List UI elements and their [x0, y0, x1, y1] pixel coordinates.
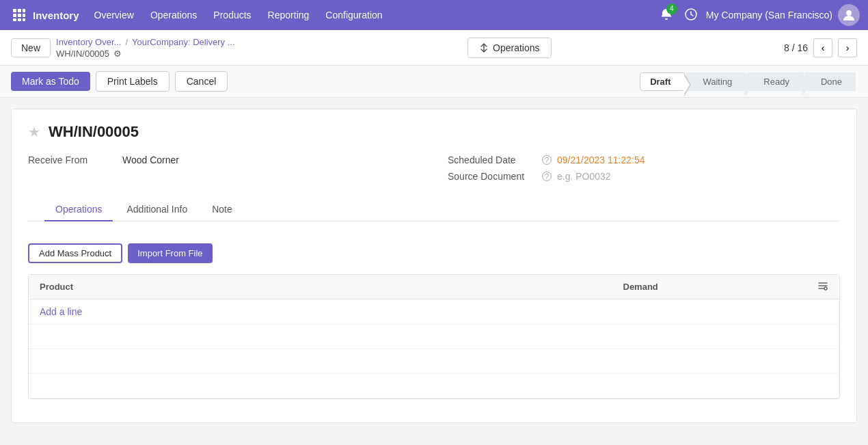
status-ready[interactable]: Ready [747, 72, 803, 91]
source-document-help-icon[interactable]: ? [542, 172, 552, 181]
pagination-prev-button[interactable]: ‹ [813, 38, 832, 57]
breadcrumb: Inventory Over... / YourCompany: Deliver… [56, 37, 235, 59]
breadcrumb-record-id: WH/IN/00005 [56, 49, 109, 59]
status-steps: Draft Waiting Ready Done [640, 72, 857, 91]
app-grid-icon[interactable] [8, 4, 30, 26]
notification-badge: 4 [666, 3, 677, 14]
svg-rect-1 [18, 9, 21, 12]
source-document-label: Source Document [448, 171, 537, 182]
nav-operations[interactable]: Operations [144, 5, 204, 25]
nav-overview[interactable]: Overview [87, 5, 141, 25]
svg-point-10 [846, 10, 852, 16]
svg-rect-4 [18, 14, 21, 17]
mark-as-todo-button[interactable]: Mark as Todo [11, 72, 90, 91]
nav-configuration[interactable]: Configuration [318, 5, 389, 25]
nav-products[interactable]: Products [206, 5, 258, 25]
breadcrumb-link-1[interactable]: Inventory Over... [56, 37, 121, 47]
source-document-value[interactable]: e.g. PO0032 [557, 171, 611, 182]
tab-operations[interactable]: Operations [44, 198, 113, 221]
tab-additional-info[interactable]: Additional Info [116, 198, 198, 221]
svg-rect-7 [18, 18, 21, 21]
svg-point-11 [824, 287, 827, 290]
add-mass-product-button[interactable]: Add Mass Product [28, 243, 122, 263]
empty-row-3 [29, 374, 839, 399]
receive-from-value: Wood Corner [122, 154, 179, 165]
nav-reporting[interactable]: Reporting [261, 5, 316, 25]
import-from-file-button[interactable]: Import From File [128, 243, 212, 263]
receive-from-label: Receive From [28, 154, 117, 165]
operations-button[interactable]: Operations [467, 38, 551, 58]
breadcrumb-sep: / [125, 37, 128, 47]
pagination-text: 8 / 16 [784, 42, 808, 53]
scheduled-date-label: Scheduled Date [448, 154, 537, 165]
tabs-bar: Operations Additional Info Note [28, 198, 840, 221]
empty-row-1 [29, 325, 839, 349]
svg-rect-6 [13, 18, 16, 21]
status-done[interactable]: Done [804, 72, 856, 91]
breadcrumb-link-2[interactable]: YourCompany: Delivery ... [132, 37, 235, 47]
status-draft[interactable]: Draft [640, 72, 685, 91]
action-bar: Mark as Todo Print Labels Cancel Draft W… [0, 66, 868, 98]
svg-rect-3 [13, 14, 16, 17]
scheduled-date-value: 09/21/2023 11:22:54 [557, 154, 645, 165]
notification-icon[interactable]: 4 [657, 5, 676, 26]
tab-content-operations: Add Mass Product Import From File Produc… [12, 232, 856, 410]
top-navigation: Inventory Overview Operations Products R… [0, 0, 868, 30]
record-title: WH/IN/00005 [49, 123, 139, 141]
clock-icon[interactable] [681, 5, 701, 26]
svg-rect-0 [13, 9, 16, 12]
form-right-col: Scheduled Date ? 09/21/2023 11:22:54 Sou… [448, 154, 840, 187]
form-left-col: Receive From Wood Corner [28, 154, 420, 187]
operations-table: Product Demand Add a line [28, 274, 840, 399]
add-line-link[interactable]: Add a line [40, 306, 82, 317]
scheduled-date-help-icon[interactable]: ? [542, 155, 552, 165]
tab-note[interactable]: Note [201, 198, 243, 221]
table-header: Product Demand [29, 275, 839, 299]
empty-row-2 [29, 349, 839, 374]
table-settings-icon[interactable] [817, 280, 828, 293]
print-labels-button[interactable]: Print Labels [96, 71, 169, 92]
company-name[interactable]: My Company (San Francisco) [706, 10, 832, 21]
main-content: ★ WH/IN/00005 Receive From Wood Corner S… [11, 109, 857, 423]
app-name: Inventory [33, 10, 79, 21]
svg-rect-2 [23, 9, 25, 12]
pagination-next-button[interactable]: › [838, 38, 857, 57]
breadcrumb-bar: New Inventory Over... / YourCompany: Del… [0, 30, 868, 66]
svg-rect-8 [23, 18, 25, 21]
status-waiting[interactable]: Waiting [686, 72, 746, 91]
col-demand: Demand [623, 282, 818, 292]
user-avatar[interactable] [838, 4, 860, 26]
add-line-row: Add a line [29, 299, 839, 325]
favorite-star-icon[interactable]: ★ [28, 124, 40, 140]
settings-gear-icon[interactable]: ⚙ [113, 49, 122, 59]
svg-rect-5 [23, 14, 25, 17]
col-product: Product [40, 282, 623, 292]
new-button[interactable]: New [11, 38, 51, 57]
cancel-button[interactable]: Cancel [175, 71, 228, 92]
operations-button-label: Operations [493, 42, 539, 53]
